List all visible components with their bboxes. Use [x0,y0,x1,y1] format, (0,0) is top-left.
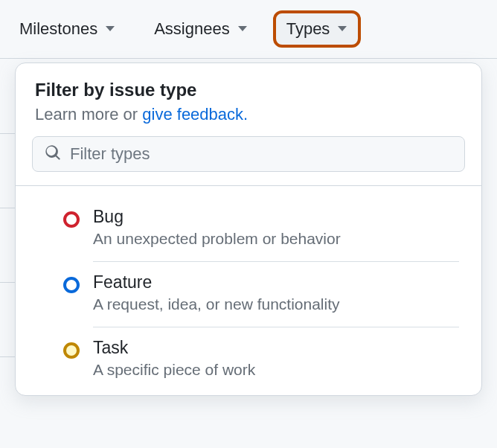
subtitle-prefix: Learn more or [35,105,142,124]
type-description: An unexpected problem or behavior [93,230,459,248]
type-body: Task A specific piece of work [93,338,459,388]
type-option-task[interactable]: Task A specific piece of work [16,327,481,388]
type-body: Feature A request, idea, or new function… [93,272,459,327]
background-row-lines [0,60,15,357]
search-icon [45,144,61,164]
filter-types-input[interactable] [70,144,452,164]
caret-down-icon [237,25,248,33]
filter-toolbar: Milestones Assignees Types [0,0,497,59]
search-box[interactable] [32,136,465,172]
dropdown-title: Filter by issue type [35,80,462,100]
feature-color-icon [63,277,80,293]
dropdown-header: Filter by issue type Learn more or give … [16,63,481,136]
dropdown-subtitle: Learn more or give feedback. [35,105,462,124]
type-name: Feature [93,272,459,292]
type-description: A specific piece of work [93,361,459,379]
types-dropdown-panel: Filter by issue type Learn more or give … [15,63,482,396]
bug-color-icon [63,211,80,228]
task-color-icon [63,342,80,359]
give-feedback-link[interactable]: give feedback. [142,105,248,124]
assignees-label: Assignees [154,19,230,39]
type-name: Task [93,338,459,358]
type-option-bug[interactable]: Bug An unexpected problem or behavior [16,196,481,262]
assignees-filter-button[interactable]: Assignees [144,13,258,45]
types-filter-button[interactable]: Types [276,13,359,45]
types-label: Types [286,19,330,39]
type-name: Bug [93,207,459,227]
caret-down-icon [337,25,347,33]
milestones-filter-button[interactable]: Milestones [9,13,126,45]
milestones-label: Milestones [19,19,97,39]
search-wrapper [16,136,481,185]
type-body: Bug An unexpected problem or behavior [93,207,459,262]
type-list: Bug An unexpected problem or behavior Fe… [16,186,481,395]
type-description: A request, idea, or new functionality [93,295,459,313]
caret-down-icon [105,25,115,33]
type-option-feature[interactable]: Feature A request, idea, or new function… [16,262,481,327]
